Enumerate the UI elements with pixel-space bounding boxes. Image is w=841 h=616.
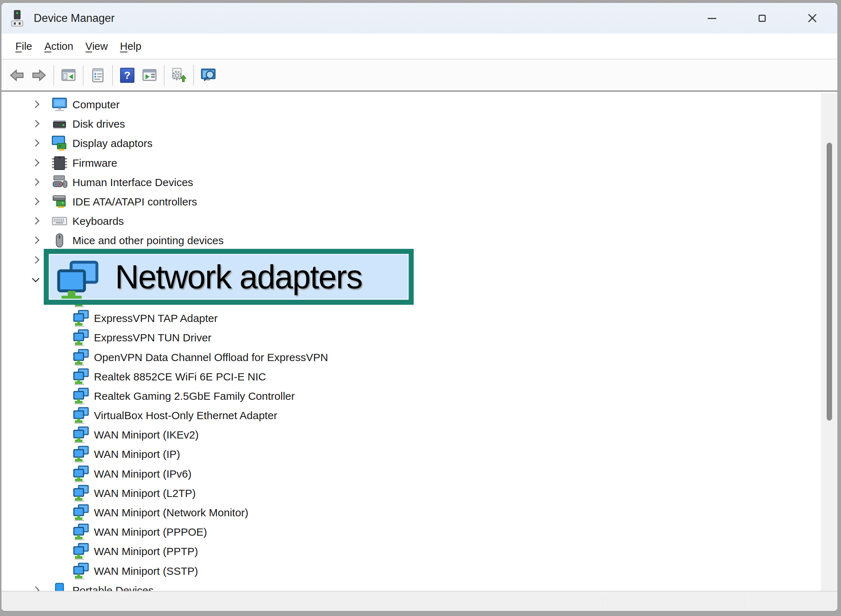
titlebar: Device Manager [1, 3, 837, 34]
vertical-scrollbar[interactable] [821, 93, 837, 591]
show-hide-console-tree-button[interactable] [57, 64, 79, 87]
menu-action[interactable]: Action [38, 38, 79, 54]
tree-item-openvpn-offload[interactable]: OpenVPN Data Channel Offload for Express… [1, 348, 821, 367]
update-driver-button[interactable] [168, 64, 190, 87]
tree-item-label: WAN Miniport (IKEv2) [94, 429, 199, 441]
menu-file[interactable]: File [9, 38, 38, 54]
tree-item-wan-sstp[interactable]: WAN Miniport (SSTP) [1, 562, 821, 581]
show-hide-action-pane-button[interactable] [138, 64, 161, 87]
scan-for-hardware-changes-button[interactable] [197, 64, 220, 87]
window-title: Device Manager [34, 12, 115, 25]
network-adapter-icon [72, 465, 89, 483]
network-adapter-icon [55, 260, 101, 300]
scan-for-hardware-changes-icon [201, 67, 216, 83]
close-icon [808, 14, 817, 23]
tree-item-label: Keyboards [72, 215, 124, 227]
maximize-button[interactable] [737, 3, 787, 34]
tree-item-label: OpenVPN Data Channel Offload for Express… [94, 351, 328, 364]
tree-item-realtek-wifi[interactable]: Realtek 8852CE WiFi 6E PCI-E NIC [1, 367, 821, 387]
toolbar-separator [193, 65, 194, 86]
menu-file-accel: F [15, 41, 22, 52]
computer-icon [51, 96, 68, 113]
chevron-right-icon[interactable] [32, 237, 40, 244]
tree-item-human-interface-devices[interactable]: Human Interface Devices [1, 173, 821, 192]
properties-button[interactable] [87, 64, 109, 87]
chevron-right-icon[interactable] [32, 256, 40, 264]
menu-help-accel: H [120, 41, 127, 52]
toolbar-separator [112, 65, 113, 86]
tree-item-wan-l2tp[interactable]: WAN Miniport (L2TP) [1, 484, 821, 503]
tree-item-wan-ikev2[interactable]: WAN Miniport (IKEv2) [1, 425, 821, 444]
back-icon [9, 67, 25, 83]
network-adapter-icon [72, 563, 89, 580]
chevron-right-icon[interactable] [32, 100, 40, 108]
chevron-right-icon[interactable] [32, 120, 40, 127]
chevron-right-icon[interactable] [32, 139, 40, 147]
tree-item-expressvpn-tap[interactable]: ExpressVPN TAP Adapter [1, 309, 821, 328]
mouse-icon [51, 232, 68, 249]
toolbar-separator [83, 65, 84, 86]
help-button[interactable]: ? [116, 64, 138, 87]
toolbar-separator [53, 65, 54, 86]
tree-item-mice[interactable]: Mice and other pointing devices [1, 231, 821, 250]
menu-view-accel: V [85, 41, 92, 52]
tree-item-wan-network-monitor[interactable]: WAN Miniport (Network Monitor) [1, 503, 821, 522]
tree-item-disk-drives[interactable]: Disk drives [1, 114, 821, 134]
scrollbar-thumb[interactable] [827, 143, 832, 421]
menubar: File Action View Help [1, 34, 837, 60]
tree-item-realtek-gaming[interactable]: Realtek Gaming 2.5GbE Family Controller [1, 387, 821, 406]
close-button[interactable] [787, 3, 837, 34]
network-adapter-icon [72, 349, 89, 366]
display-adaptor-icon [51, 135, 68, 152]
tree-item-expressvpn-tun[interactable]: ExpressVPN TUN Driver [1, 328, 821, 348]
device-tree: Computer Disk drives Display adaptors Fi… [1, 93, 821, 591]
statusbar-separator [746, 594, 746, 609]
magnified-network-adapters-row[interactable]: Network adapters [49, 254, 409, 300]
help-glyph: ? [124, 69, 130, 81]
device-manager-window: Device Manager File Action View Help [1, 2, 838, 612]
chevron-right-icon[interactable] [32, 586, 40, 591]
tree-item-label: WAN Miniport (Network Monitor) [94, 507, 248, 519]
tree-item-label: IDE ATA/ATAPI controllers [72, 196, 197, 208]
chevron-right-icon[interactable] [32, 217, 40, 224]
network-adapter-icon [72, 329, 89, 346]
portable-device-icon [51, 582, 68, 591]
forward-button[interactable] [28, 64, 50, 87]
network-adapter-icon [72, 407, 89, 424]
tree-item-keyboards[interactable]: Keyboards [1, 211, 821, 231]
chevron-right-icon[interactable] [32, 178, 40, 186]
menu-help[interactable]: Help [114, 38, 148, 54]
tree-item-label: Computer [72, 98, 120, 111]
ide-controller-icon [51, 193, 68, 210]
tree-item-wan-ipv6[interactable]: WAN Miniport (IPv6) [1, 464, 821, 484]
tree-item-display-adaptors[interactable]: Display adaptors [1, 134, 821, 153]
tree-item-virtualbox-hostonly[interactable]: VirtualBox Host-Only Ethernet Adapter [1, 406, 821, 425]
magnified-label: Network adapters [115, 258, 362, 296]
tree-item-wan-pppoe[interactable]: WAN Miniport (PPPOE) [1, 522, 821, 542]
show-hide-console-tree-icon [61, 67, 76, 83]
chevron-right-icon[interactable] [32, 198, 40, 205]
network-adapter-icon [72, 387, 89, 405]
chevron-right-icon[interactable] [32, 159, 40, 166]
tree-item-computer[interactable]: Computer [1, 95, 821, 114]
tree-item-label: Human Interface Devices [72, 176, 193, 189]
tree-item-wan-pptp[interactable]: WAN Miniport (PPTP) [1, 542, 821, 561]
tree-item-label: Mice and other pointing devices [72, 235, 224, 247]
firmware-chip-icon [51, 154, 68, 172]
network-adapter-icon [72, 368, 89, 386]
menu-file-rest: ile [22, 41, 32, 52]
menu-view[interactable]: View [79, 38, 114, 54]
tree-item-portable-devices[interactable]: Portable Devices [1, 581, 821, 591]
statusbar-separator [603, 594, 604, 609]
disk-drive-icon [51, 116, 68, 133]
tree-item-label: Disk drives [72, 118, 125, 130]
minimize-button[interactable] [687, 3, 737, 34]
tree-item-ide-controllers[interactable]: IDE ATA/ATAPI controllers [1, 192, 821, 211]
tree-item-label: Realtek 8852CE WiFi 6E PCI-E NIC [94, 371, 266, 383]
network-adapter-icon [72, 485, 89, 502]
tree-item-label: WAN Miniport (L2TP) [94, 487, 196, 499]
chevron-down-icon[interactable] [32, 275, 40, 282]
tree-item-firmware[interactable]: Firmware [1, 154, 821, 173]
back-button[interactable] [6, 64, 28, 87]
tree-item-wan-ip[interactable]: WAN Miniport (IP) [1, 444, 821, 464]
